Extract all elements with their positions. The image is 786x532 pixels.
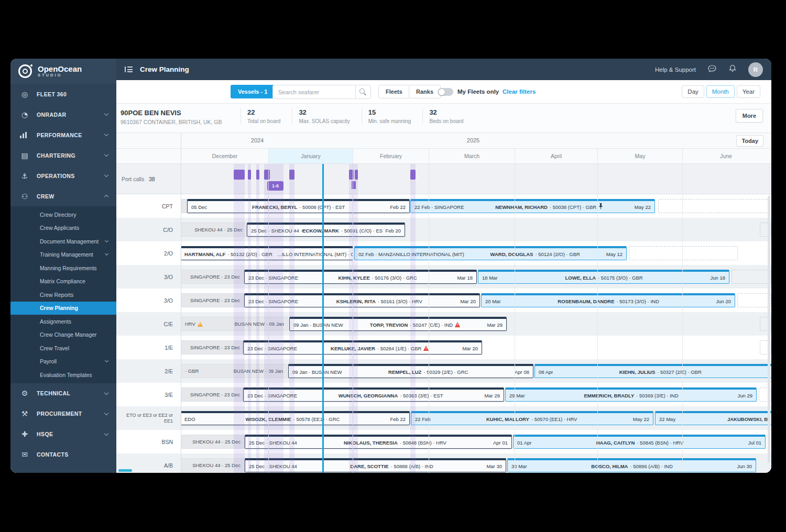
fleets-filter-button[interactable]: Fleets <box>378 85 410 98</box>
port-call-range-badge[interactable]: 1-6 <box>267 181 283 191</box>
assignment-bar-grey[interactable]: SINGAPORE · 23 Dec <box>181 293 244 307</box>
sidebar-item-payroll[interactable]: Payroll <box>10 355 116 369</box>
assignment-bar-onboard[interactable]: 25 Dec · SHEKOU 44DECKOW, MARK · 50091 (… <box>247 223 405 237</box>
assignment-bar-planned[interactable]: 02 Feb · MANZANILLO INTERNATIONAL (MIT)W… <box>354 246 627 260</box>
seafarer-meta: · 50578 (EE1) · GRC <box>293 416 340 422</box>
assignment-bar-planned[interactable]: 18 MarLOWE, ELLA · 50175 (3/O) · GBRJun … <box>478 270 729 284</box>
sidebar-item-procurement[interactable]: ⚒PROCUREMENT <box>10 404 116 424</box>
sidebar-item-crew-reports[interactable]: Crew Reports <box>10 288 116 302</box>
month-june[interactable]: June <box>682 149 769 163</box>
port-call-bar[interactable] <box>264 170 270 180</box>
assignment-bar-planned[interactable]: 22 MayJAKUBOWSKI, B <box>655 411 771 425</box>
assignment-bar-planned[interactable]: 22 Feb · SINGAPORENEWNHAM, RICHARD · 500… <box>410 199 655 213</box>
assignment-bar-onboard[interactable]: 23 Dec · SINGAPOREKERLUKE, JAVIER · 5028… <box>243 340 482 354</box>
port-call-bar[interactable] <box>410 170 416 180</box>
sidebar-item-crew-directory[interactable]: Crew Directory <box>10 208 116 221</box>
assignment-bar-planned[interactable]: 22 FebKUHIC, MALLORY · 50570 (EE1) · HRV… <box>411 411 653 425</box>
sidebar-item-crew-change-manager[interactable]: Crew Change Manager <box>10 328 116 342</box>
month-february[interactable]: February <box>353 149 429 163</box>
clear-filters-link[interactable]: Clear filters <box>503 88 536 95</box>
assignment-bar-onboard[interactable]: HARTMANN, ALF · 50132 (2/O) · GBR...ILLO… <box>181 246 353 260</box>
assignment-bar-grey[interactable]: SHEKOU 44 · 25 Dec <box>181 223 247 237</box>
sidebar-item-matrix-compliance[interactable]: Matrix Compliance <box>10 275 116 289</box>
timeline-header: Today 20242025 DecemberJanuaryFebruaryMa… <box>116 133 771 164</box>
sidebar-subitem-label: Assignments <box>40 318 71 325</box>
sidebar-item-operations[interactable]: ⚓OPERATIONS <box>10 165 116 186</box>
assignment-bar-grey[interactable]: · GBRBUSAN NEW · 09 Jan <box>181 364 287 378</box>
sidebar-item-fleet-360[interactable]: ◎FLEET 360 <box>10 84 116 104</box>
search-input[interactable] <box>277 88 355 96</box>
more-button[interactable]: More <box>736 109 763 123</box>
assignment-bar-onboard[interactable]: 23 Dec · SINGAPOREKIHN, KYLEE · 50176 (3… <box>244 270 477 284</box>
bar-right-text: May 12 <box>606 251 623 257</box>
vessel-name: 90POE BEN NEVIS <box>121 109 222 117</box>
assignment-bar-grey[interactable]: HRVBUSAN NEW · 09 Jan <box>181 317 288 331</box>
view-month-button[interactable]: Month <box>706 85 735 98</box>
sidebar-item-training-management[interactable]: Training Management <box>10 248 116 262</box>
assignment-bar-onboard[interactable]: 09 Jan · BUSAN NEWREMPEL, LUZ · 50329 (2… <box>288 364 533 378</box>
bar-right-text: Jun 29 <box>737 393 752 398</box>
assignment-bar-onboard[interactable]: 25 Dec · SHEKOU 44NIKOLAUS, THERESIA · 5… <box>245 435 512 449</box>
notifications-bell-icon[interactable] <box>728 64 737 75</box>
port-call-bar[interactable] <box>289 170 294 180</box>
sidebar-item-hsqe[interactable]: ✚HSQE <box>10 424 116 445</box>
assignment-bar-onboard[interactable]: EDOWISOZK, CLEMMIE · 50578 (EE1) · GRCFe… <box>181 411 410 425</box>
seafarer-meta: · 50038 (CPT) · GBR <box>550 204 596 210</box>
assignment-bar-grey[interactable]: SINGAPORE · 23 Dec <box>181 387 243 402</box>
month-december[interactable]: December <box>181 149 268 163</box>
assignment-bar-planned[interactable]: 20 MarROSENBAUM, DANDRE · 50173 (3/O) · … <box>481 293 735 307</box>
sidebar-item-onradar[interactable]: ◔ONRADAR <box>10 104 116 125</box>
chat-icon[interactable] <box>707 64 717 75</box>
port-call-bar[interactable] <box>349 170 354 180</box>
sidebar-item-manning-requirements[interactable]: Manning Requirements <box>10 261 116 275</box>
assignment-bar-onboard[interactable]: 23 Dec · SINGAPOREWUNSCH, GEORGIANNA · 5… <box>243 387 504 402</box>
port-call-bar[interactable] <box>248 170 251 180</box>
vessels-filter-button[interactable]: Vessels - 1 <box>231 85 275 98</box>
sidebar-item-crew-applicants[interactable]: Crew Applicants <box>10 221 116 235</box>
sidebar-item-crew-planning[interactable]: Crew Planning <box>10 302 116 315</box>
sidebar-item-evaluation-templates[interactable]: Evaluation Templates <box>10 368 116 382</box>
month-january[interactable]: January <box>268 149 353 163</box>
month-march[interactable]: March <box>429 149 515 163</box>
sidebar-item-contacts[interactable]: ✉CONTACTS <box>10 445 116 465</box>
vertical-scrollbar-thumb[interactable] <box>768 196 770 463</box>
user-avatar[interactable]: R <box>748 62 763 77</box>
assignment-bar-onboard[interactable]: 05 DecFRANECKI, BERYL · 50008 (CPT) · ES… <box>187 199 410 213</box>
sidebar-item-document-management[interactable]: Document Management <box>10 235 116 248</box>
assignment-bar-planned[interactable]: 08 AprKIEHN, JULIUS · 50327 (2/E) · GBR <box>534 364 771 378</box>
view-year-button[interactable]: Year <box>737 85 760 98</box>
assignment-bar-planned[interactable]: 30 MarBOSCO, HILMA · 50896 (A/B) · INDJu… <box>507 458 756 472</box>
sidebar-item-performance[interactable]: PERFORMANCE <box>10 125 116 145</box>
port-call-bar[interactable] <box>234 170 245 180</box>
month-may[interactable]: May <box>597 149 682 163</box>
seafarer-name: LOWE, ELLA <box>565 275 596 281</box>
assignment-bar-grey[interactable]: SHEKOU 44 · 25 Dec <box>181 458 245 472</box>
view-day-button[interactable]: Day <box>682 85 704 98</box>
bar-right-text: Jun 20 <box>716 298 731 304</box>
assignment-bar-grey[interactable]: SHEKOU 44 · 25 Dec <box>181 435 245 449</box>
bar-left-text: 08 Apr <box>539 369 553 375</box>
port-call-bar[interactable] <box>355 170 358 180</box>
assignment-bar-onboard[interactable]: 09 Jan · BUSAN NEWTORP, TREVION · 50247 … <box>289 317 507 331</box>
search-icon[interactable] <box>359 88 366 95</box>
today-button[interactable]: Today <box>736 135 763 147</box>
month-april[interactable]: April <box>515 149 597 163</box>
assignment-bar-planned[interactable]: 29 MarEMMERICH, BRADLY · 50369 (3/E) · I… <box>505 387 757 402</box>
assignment-bar-grey[interactable]: SINGAPORE · 23 Dec <box>181 340 243 354</box>
port-call-bar[interactable] <box>352 181 356 189</box>
ranks-filter-button[interactable]: Ranks <box>409 85 441 98</box>
horizontal-scrollbar-thumb[interactable] <box>118 469 132 472</box>
assignment-bar-onboard[interactable]: 23 Dec · SINGAPOREKSHLERIN, RITA · 50161… <box>244 293 480 307</box>
assignment-bar-planned[interactable]: 01 AprHAAG, CAITLYN · 50845 (BSN) · HRVJ… <box>513 435 766 449</box>
sidebar-item-assignments[interactable]: Assignments <box>10 315 116 328</box>
assignment-bar-grey[interactable]: SINGAPORE · 23 Dec <box>181 270 244 284</box>
port-call-bar[interactable] <box>256 170 259 180</box>
sidebar-item-crew-travel[interactable]: Crew Travel <box>10 341 116 355</box>
sidebar-item-chartering[interactable]: ▤CHARTERING <box>10 145 116 165</box>
help-support-link[interactable]: Help & Support <box>655 66 696 73</box>
assignment-bar-onboard[interactable]: 25 Dec · SHEKOU 44DARE, SCOTTIE · 50888 … <box>245 458 506 472</box>
sidebar-item-crew[interactable]: ⚇CREW <box>10 186 116 206</box>
my-fleets-toggle[interactable] <box>438 88 453 96</box>
sidebar-item-technical[interactable]: ⚙TECHNICAL <box>10 383 116 404</box>
page-menu-icon[interactable] <box>125 66 133 72</box>
